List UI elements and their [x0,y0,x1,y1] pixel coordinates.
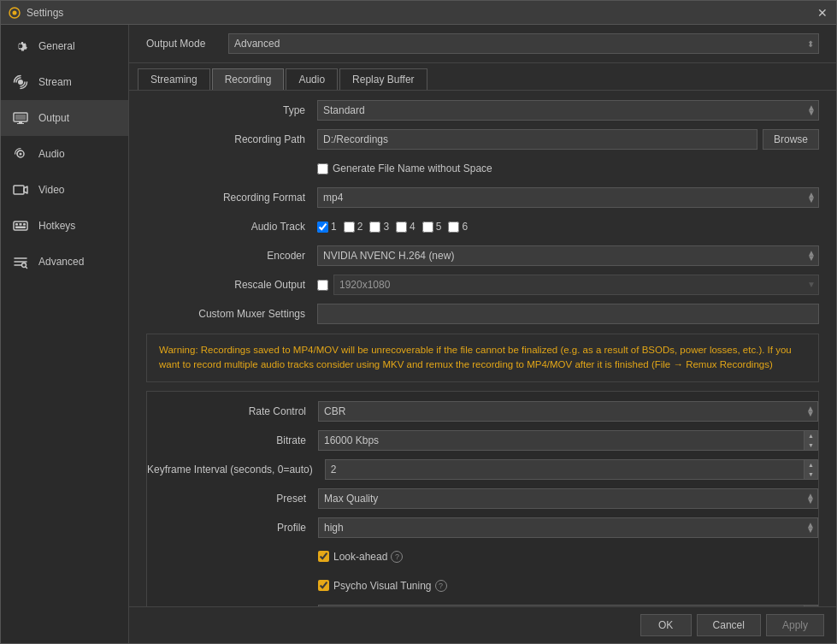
rate-control-row: Rate Control CBR VBR CQP Lossless ▲▼ [147,400,818,422]
format-select-wrapper: mp4 mkv flv ts ▲▼ [317,187,819,208]
profile-label: Profile [147,522,318,534]
svg-rect-10 [14,222,27,230]
apply-button[interactable]: Apply [766,614,824,636]
bitrate-label: Bitrate [147,434,318,446]
audio-icon [11,145,30,163]
audio-track-6-checkbox[interactable] [448,222,459,233]
svg-rect-13 [23,223,26,226]
psycho-visual-checkbox-label[interactable]: Psycho Visual Tuning [318,580,432,592]
app-icon [8,6,21,20]
bottom-bar: OK Cancel Apply [129,606,836,643]
tab-recording[interactable]: Recording [212,68,285,90]
type-select-wrapper: Standard Custom Output (FFmpeg) ▲▼ [317,100,819,121]
audio-track-control: 1 2 3 4 [317,221,819,233]
look-ahead-checkbox-label[interactable]: Look-ahead [318,551,387,563]
sidebar-item-hotkeys[interactable]: Hotkeys [1,208,128,244]
gpu-up-button[interactable]: ▲ [805,606,817,607]
output-mode-label: Output Mode [146,38,215,50]
output-mode-select[interactable]: Advanced Simple [228,33,819,54]
custom-muxer-input[interactable] [317,304,819,324]
type-select[interactable]: Standard Custom Output (FFmpeg) [317,100,819,121]
audio-track-3-checkbox[interactable] [369,222,380,233]
rate-control-select[interactable]: CBR VBR CQP Lossless [318,401,818,422]
rate-control-label: Rate Control [147,405,318,417]
rescale-control: 1920x1080 ▼ [317,275,819,295]
custom-muxer-control [317,304,819,324]
tab-audio[interactable]: Audio [286,68,338,90]
bitrate-up-button[interactable]: ▲ [805,431,817,440]
rate-control-select-wrapper: CBR VBR CQP Lossless ▲▼ [318,401,818,422]
keyframe-spinbox: ▲ ▼ [325,459,818,480]
generate-filename-text: Generate File Name without Space [333,162,492,174]
audio-track-4-checkbox[interactable] [396,222,407,233]
recording-path-row: Recording Path Browse [146,128,819,151]
keyframe-control: ▲ ▼ [325,459,818,480]
ok-button[interactable]: OK [640,614,692,636]
output-mode-select-wrapper: Advanced Simple ⬍ [228,33,819,54]
encoder-select[interactable]: NVIDIA NVENC H.264 (new) x264 NVIDIA NVE… [317,245,819,266]
audio-track-2-checkbox[interactable] [344,222,355,233]
right-panel: Output Mode Advanced Simple ⬍ Streaming … [129,25,836,643]
svg-point-8 [20,153,22,156]
generate-filename-row: Generate File Name without Space [146,157,819,180]
tab-replay-buffer[interactable]: Replay Buffer [339,68,427,90]
keyframe-down-button[interactable]: ▼ [805,470,817,479]
sidebar-stream-label: Stream [38,76,72,88]
psycho-visual-help-icon[interactable]: ? [435,580,447,592]
type-label: Type [146,104,317,116]
profile-select[interactable]: high main baseline [318,517,818,538]
sidebar-output-label: Output [38,112,69,124]
audio-track-4: 4 [396,221,416,233]
look-ahead-checkbox[interactable] [318,551,329,562]
gpu-input[interactable] [318,605,818,607]
sidebar-item-output[interactable]: Output [1,100,128,136]
sidebar-item-advanced[interactable]: Advanced [1,244,128,280]
recording-path-input[interactable] [317,129,757,150]
audio-track-label: Audio Track [146,221,317,233]
recording-path-label: Recording Path [146,133,317,145]
bitrate-down-button[interactable]: ▼ [805,440,817,450]
gpu-control: ▲ ▼ [318,605,818,607]
audio-track-1-checkbox[interactable] [317,222,328,233]
content-area: Type Standard Custom Output (FFmpeg) ▲▼ [129,91,836,606]
type-row: Type Standard Custom Output (FFmpeg) ▲▼ [146,99,819,121]
rescale-resolution-wrapper: 1920x1080 ▼ [333,275,819,295]
keyframe-arrows: ▲ ▼ [804,460,817,479]
sidebar-item-audio[interactable]: Audio [1,136,128,172]
recording-format-select[interactable]: mp4 mkv flv ts [317,187,819,208]
rescale-resolution-select[interactable]: 1920x1080 [333,275,819,295]
browse-button[interactable]: Browse [763,129,819,150]
sidebar-item-stream[interactable]: Stream [1,64,128,100]
custom-muxer-label: Custom Muxer Settings [146,308,317,320]
output-mode-row: Output Mode Advanced Simple ⬍ [129,25,836,63]
audio-track-6: 6 [448,221,468,233]
bitrate-input[interactable] [318,430,818,451]
keyframe-row: Keyframe Interval (seconds, 0=auto) ▲ ▼ [147,458,818,481]
audio-track-2: 2 [344,221,363,233]
cancel-button[interactable]: Cancel [697,614,761,636]
keyframe-up-button[interactable]: ▲ [805,460,817,470]
psycho-visual-row: Psycho Visual Tuning ? [147,575,818,597]
close-button[interactable]: ✕ [816,6,829,20]
preset-select[interactable]: Max Quality Quality Performance [318,488,818,509]
audio-track-5-checkbox[interactable] [422,222,433,233]
audio-track-1: 1 [317,221,337,233]
tab-streaming[interactable]: Streaming [138,68,210,90]
generate-filename-checkbox[interactable] [317,163,328,174]
sidebar-item-general[interactable]: General [1,28,128,64]
keyframe-input[interactable] [325,459,818,480]
sidebar-item-video[interactable]: Video [1,172,128,208]
encoder-control: NVIDIA NVENC H.264 (new) x264 NVIDIA NVE… [317,245,819,266]
look-ahead-help-icon[interactable]: ? [391,551,403,563]
svg-rect-14 [15,227,26,229]
generate-filename-checkbox-label[interactable]: Generate File Name without Space [317,162,492,174]
svg-rect-9 [14,186,24,194]
audio-tracks: 1 2 3 4 [317,221,468,233]
rescale-checkbox[interactable] [317,280,328,291]
preset-row: Preset Max Quality Quality Performance ▲… [147,487,818,510]
psycho-visual-checkbox[interactable] [318,580,329,591]
svg-rect-5 [19,121,22,123]
rate-control-control: CBR VBR CQP Lossless ▲▼ [318,401,818,422]
rescale-row: Rescale Output 1920x1080 ▼ [146,274,819,296]
encoder-settings-section: Rate Control CBR VBR CQP Lossless ▲▼ [146,391,819,607]
